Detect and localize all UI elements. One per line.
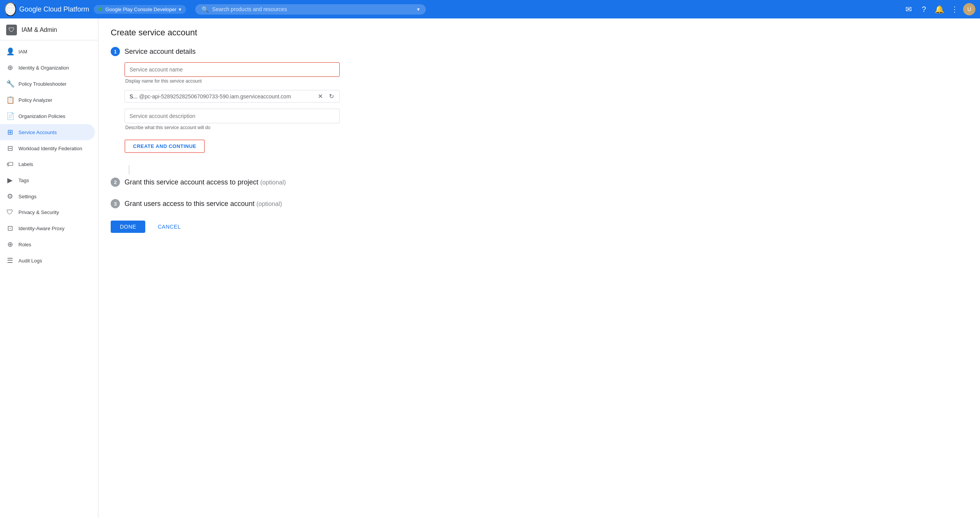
labels-icon: 🏷 [6, 160, 14, 168]
sidebar-item-policy-troubleshooter[interactable]: 🔧 Policy Troubleshooter [0, 76, 95, 92]
section-1-title: Service account details [125, 48, 196, 56]
search-icon: 🔍 [201, 6, 209, 13]
page-title: Create service account [111, 28, 968, 38]
app-logo: Google Cloud Platform [19, 5, 89, 13]
sidebar-item-label: IAM [18, 49, 27, 55]
sidebar-item-service-accounts[interactable]: ⊞ Service Accounts [0, 124, 95, 140]
project-status-dot [98, 7, 102, 11]
section-3-header: 3 Grant users access to this service acc… [111, 199, 968, 208]
service-accounts-icon: ⊞ [6, 128, 14, 136]
tags-icon: ▶ [6, 176, 14, 184]
iam-admin-icon: 🛡 [6, 25, 17, 35]
search-chevron-icon: ▾ [417, 6, 420, 12]
section-2-title: Grant this service account access to pro… [125, 178, 286, 186]
step-1-badge: 1 [111, 47, 120, 56]
identity-org-icon: ⊕ [6, 63, 14, 72]
hamburger-menu-button[interactable]: ☰ [5, 2, 16, 16]
sidebar-item-tags[interactable]: ▶ Tags [0, 172, 95, 188]
description-field-helper: Describe what this service account will … [125, 125, 340, 130]
sidebar-item-label: Audit Logs [18, 258, 42, 264]
sidebar-nav: 👤 IAM ⊕ Identity & Organization 🔧 Policy… [0, 40, 98, 272]
chevron-down-icon: ▾ [179, 7, 181, 12]
sidebar-item-audit-logs[interactable]: ☰ Audit Logs [0, 252, 95, 269]
roles-icon: ⊕ [6, 240, 14, 249]
settings-icon: ⚙ [6, 192, 14, 201]
service-account-email-field: S... @pc-api-5289252825067090733-590.iam… [125, 90, 340, 103]
step-2-badge: 2 [111, 178, 120, 187]
sidebar-item-label: Identity-Aware Proxy [18, 226, 65, 231]
sidebar-item-label: Settings [18, 194, 37, 199]
email-domain: @pc-api-5289252825067090733-590.iam.gser… [139, 93, 314, 100]
clear-email-button[interactable]: ✕ [316, 90, 325, 102]
project-name: Google Play Console Developer [105, 7, 176, 12]
user-avatar[interactable]: U [963, 3, 975, 15]
section-2-optional: (optional) [260, 179, 286, 186]
sidebar-item-label: Policy Troubleshooter [18, 81, 66, 87]
sidebar-item-label: Workload Identity Federation [18, 146, 82, 151]
email-prefix: S... [130, 93, 138, 100]
sidebar-title: IAM & Admin [22, 27, 57, 33]
nav-actions: ✉ ? 🔔 ⋮ U [902, 2, 975, 16]
sidebar-item-policy-analyzer[interactable]: 📋 Policy Analyzer [0, 92, 95, 108]
service-account-description-input[interactable] [125, 109, 340, 123]
sidebar-item-label: Privacy & Security [18, 209, 59, 215]
sidebar-item-label: Labels [18, 161, 33, 167]
name-field-helper: Display name for this service account [125, 78, 340, 84]
sidebar-item-label: Tags [18, 178, 29, 183]
app-layout: 🛡 IAM & Admin 👤 IAM ⊕ Identity & Organiz… [0, 18, 980, 518]
support-button[interactable]: ✉ [902, 2, 915, 16]
step-3-badge: 3 [111, 199, 120, 208]
done-button[interactable]: DONE [111, 221, 145, 233]
sidebar-item-label: Organization Policies [18, 113, 65, 119]
create-and-continue-button[interactable]: CREATE AND CONTINUE [125, 139, 205, 153]
email-id-field-group: S... @pc-api-5289252825067090733-590.iam… [125, 90, 340, 103]
identity-aware-proxy-icon: ⊡ [6, 224, 14, 232]
policy-analyzer-icon: 📋 [6, 96, 14, 104]
refresh-email-button[interactable]: ↻ [327, 90, 336, 102]
section-3-optional: (optional) [256, 201, 282, 207]
sidebar-item-label: Identity & Organization [18, 65, 69, 71]
sidebar-item-roles[interactable]: ⊕ Roles [0, 236, 95, 252]
section-grant-project-access: 2 Grant this service account access to p… [111, 165, 968, 187]
sidebar-item-label: Policy Analyzer [18, 97, 52, 103]
section-grant-user-access: 3 Grant users access to this service acc… [111, 199, 968, 208]
help-button[interactable]: ? [917, 2, 931, 16]
service-account-name-input[interactable] [125, 62, 340, 77]
notifications-button[interactable]: 🔔 [932, 2, 946, 16]
top-navigation: ☰ Google Cloud Platform Google Play Cons… [0, 0, 980, 18]
description-field-group: Describe what this service account will … [125, 109, 340, 130]
sidebar: 🛡 IAM & Admin 👤 IAM ⊕ Identity & Organiz… [0, 18, 98, 518]
privacy-security-icon: 🛡 [6, 208, 14, 216]
section-service-account-details: 1 Service account details Display name f… [111, 47, 968, 153]
form-action-buttons: DONE CANCEL [111, 221, 968, 233]
sidebar-item-org-policies[interactable]: 📄 Organization Policies [0, 108, 95, 124]
audit-logs-icon: ☰ [6, 256, 14, 265]
search-input[interactable] [212, 6, 414, 12]
search-bar[interactable]: 🔍 ▾ [195, 4, 426, 15]
section-2-header: 2 Grant this service account access to p… [111, 178, 968, 187]
sidebar-item-label: Roles [18, 242, 31, 247]
project-selector[interactable]: Google Play Console Developer ▾ [94, 5, 186, 14]
connector-line-1 [129, 165, 130, 174]
section-1-header: 1 Service account details [111, 47, 968, 56]
main-content: Create service account 1 Service account… [98, 18, 980, 518]
cancel-button[interactable]: CANCEL [151, 221, 187, 233]
sidebar-item-workload-identity[interactable]: ⊟ Workload Identity Federation [0, 140, 95, 156]
policy-troubleshooter-icon: 🔧 [6, 80, 14, 88]
sidebar-item-identity-org[interactable]: ⊕ Identity & Organization [0, 60, 95, 76]
workload-identity-icon: ⊟ [6, 144, 14, 153]
iam-icon: 👤 [6, 47, 14, 56]
sidebar-item-label: Service Accounts [18, 130, 57, 135]
sidebar-header: 🛡 IAM & Admin [0, 18, 98, 40]
sidebar-item-settings[interactable]: ⚙ Settings [0, 188, 95, 204]
sidebar-item-identity-aware-proxy[interactable]: ⊡ Identity-Aware Proxy [0, 220, 95, 236]
hamburger-icon: ☰ [7, 5, 14, 13]
section-3-title: Grant users access to this service accou… [125, 200, 282, 208]
sidebar-item-iam[interactable]: 👤 IAM [0, 43, 95, 60]
more-options-button[interactable]: ⋮ [948, 2, 962, 16]
sidebar-item-privacy-security[interactable]: 🛡 Privacy & Security [0, 204, 95, 220]
org-policies-icon: 📄 [6, 112, 14, 120]
service-account-form-fields: Display name for this service account S.… [125, 62, 340, 153]
name-field-group: Display name for this service account [125, 62, 340, 84]
sidebar-item-labels[interactable]: 🏷 Labels [0, 156, 95, 172]
